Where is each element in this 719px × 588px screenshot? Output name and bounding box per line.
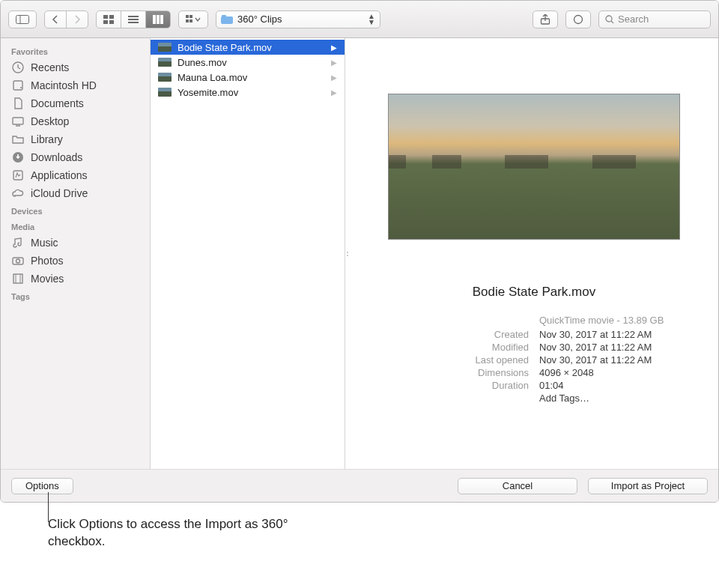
sidebar-heading: Devices <box>1 202 150 218</box>
search-field[interactable]: Search <box>598 10 711 28</box>
meta-value: 4096 × 2048 <box>539 367 676 378</box>
sidebar-item-label: Desktop <box>31 115 69 127</box>
sidebar-item-photos[interactable]: Photos <box>1 252 150 270</box>
file-row[interactable]: Dunes.mov▶ <box>151 55 345 70</box>
sidebar-heading: Favorites <box>1 43 150 58</box>
sidebar-item-downloads[interactable]: Downloads <box>1 148 150 166</box>
svg-point-17 <box>574 15 583 23</box>
view-icon-button[interactable] <box>97 11 121 28</box>
sidebar-item-label: Music <box>31 237 58 249</box>
nav-back-button[interactable] <box>45 11 67 28</box>
svg-rect-13 <box>189 15 192 18</box>
svg-rect-0 <box>16 15 29 23</box>
chevron-up-down-icon: ▲▼ <box>368 13 375 25</box>
options-button[interactable]: Options <box>11 478 73 494</box>
sidebar-item-applications[interactable]: Applications <box>1 166 150 184</box>
column-browser: Bodie State Park.mov▶Dunes.mov▶Mauna Loa… <box>151 38 718 469</box>
import-dialog: 360° Clips ▲▼ Search FavoritesRecentsMac… <box>0 0 719 503</box>
sidebar-item-label: Applications <box>31 169 88 181</box>
meta-key: Created <box>392 329 529 340</box>
sidebar-toggle-button[interactable] <box>8 10 37 28</box>
location-popup[interactable]: 360° Clips ▲▼ <box>216 10 380 28</box>
sidebar-item-label: Documents <box>31 97 84 109</box>
sidebar-item-movies[interactable]: Movies <box>1 270 150 288</box>
doc-icon <box>11 97 25 110</box>
nav-forward-button[interactable] <box>67 11 88 28</box>
svg-rect-9 <box>153 15 156 24</box>
file-name: Mauna Loa.mov <box>178 72 247 83</box>
svg-rect-21 <box>13 81 22 90</box>
callout-text: Click Options to access the Import as 36… <box>48 516 303 551</box>
sidebar-item-documents[interactable]: Documents <box>1 94 150 112</box>
svg-rect-4 <box>103 20 108 24</box>
camera-icon <box>11 254 25 267</box>
meta-value: Nov 30, 2017 at 11:22 AM <box>539 354 676 366</box>
sidebar-item-macintosh-hd[interactable]: Macintosh HD <box>1 76 150 94</box>
chevron-right-icon: ▶ <box>331 88 337 97</box>
share-button[interactable] <box>533 10 558 28</box>
clock-icon <box>11 61 25 74</box>
sidebar-item-recents[interactable]: Recents <box>1 58 150 76</box>
view-column-button[interactable] <box>146 11 170 28</box>
film-icon <box>11 272 25 285</box>
location-label: 360° Clips <box>237 13 282 25</box>
chevron-right-icon: ▶ <box>331 43 337 52</box>
sidebar-item-library[interactable]: Library <box>1 130 150 148</box>
download-icon <box>11 151 25 164</box>
group-by-button[interactable] <box>178 10 208 28</box>
file-name: Dunes.mov <box>178 57 227 68</box>
file-row[interactable]: Bodie State Park.mov▶ <box>151 40 345 55</box>
preview-thumbnail <box>388 94 680 240</box>
svg-rect-29 <box>13 274 22 283</box>
help-callout: Click Options to access the Import as 36… <box>0 503 719 551</box>
meta-value: Nov 30, 2017 at 11:22 AM <box>539 342 676 353</box>
chevron-right-icon: ▶ <box>331 58 337 67</box>
import-button[interactable]: Import as Project <box>588 478 708 494</box>
file-row[interactable]: Mauna Loa.mov▶ <box>151 70 345 85</box>
svg-line-19 <box>611 21 613 23</box>
hdd-icon <box>11 79 25 92</box>
svg-rect-23 <box>13 118 23 124</box>
video-thumb-icon <box>158 73 172 82</box>
chevron-right-icon: ▶ <box>331 73 337 82</box>
view-list-button[interactable] <box>121 11 146 28</box>
svg-point-18 <box>606 16 612 22</box>
svg-rect-11 <box>160 15 163 24</box>
svg-point-28 <box>16 259 20 263</box>
preview-title: Bodie State Park.mov <box>473 285 595 300</box>
sidebar-item-icloud-drive[interactable]: iCloud Drive <box>1 184 150 202</box>
folder-icon <box>221 15 233 24</box>
add-tags-link[interactable]: Add Tags… <box>539 392 676 404</box>
view-mode-segment <box>96 10 171 28</box>
preview-metadata: QuickTime movie - 13.89 GB CreatedNov 30… <box>392 315 676 404</box>
file-name: Yosemite.mov <box>178 87 238 98</box>
music-icon <box>11 236 25 249</box>
sidebar-item-music[interactable]: Music <box>1 234 150 252</box>
sidebar-item-desktop[interactable]: Desktop <box>1 112 150 130</box>
preview-column: Bodie State Park.mov QuickTime movie - 1… <box>350 38 718 469</box>
sidebar-item-label: Photos <box>31 255 64 267</box>
toolbar: 360° Clips ▲▼ Search <box>1 1 718 38</box>
sidebar-heading: Tags <box>1 288 150 303</box>
file-row[interactable]: Yosemite.mov▶ <box>151 85 345 100</box>
folder-icon <box>11 133 25 146</box>
meta-value: 01:04 <box>539 380 676 391</box>
video-thumb-icon <box>158 43 172 52</box>
svg-rect-2 <box>103 15 108 19</box>
sidebar-item-label: Library <box>31 133 63 145</box>
video-thumb-icon <box>158 88 172 97</box>
cancel-button[interactable]: Cancel <box>458 478 577 494</box>
tags-button[interactable] <box>565 10 591 28</box>
svg-rect-14 <box>186 19 189 22</box>
svg-rect-5 <box>109 20 114 24</box>
file-list-column: Bodie State Park.mov▶Dunes.mov▶Mauna Loa… <box>151 38 345 469</box>
search-icon <box>605 15 614 24</box>
meta-key: Dimensions <box>392 367 529 378</box>
search-placeholder: Search <box>618 13 649 25</box>
meta-key: Duration <box>392 380 529 391</box>
cloud-icon <box>11 187 25 200</box>
sidebar-item-label: Macintosh HD <box>31 79 97 91</box>
meta-value: Nov 30, 2017 at 11:22 AM <box>539 329 676 340</box>
callout-leader-line <box>48 492 49 522</box>
dialog-footer: Options Cancel Import as Project <box>1 469 718 502</box>
